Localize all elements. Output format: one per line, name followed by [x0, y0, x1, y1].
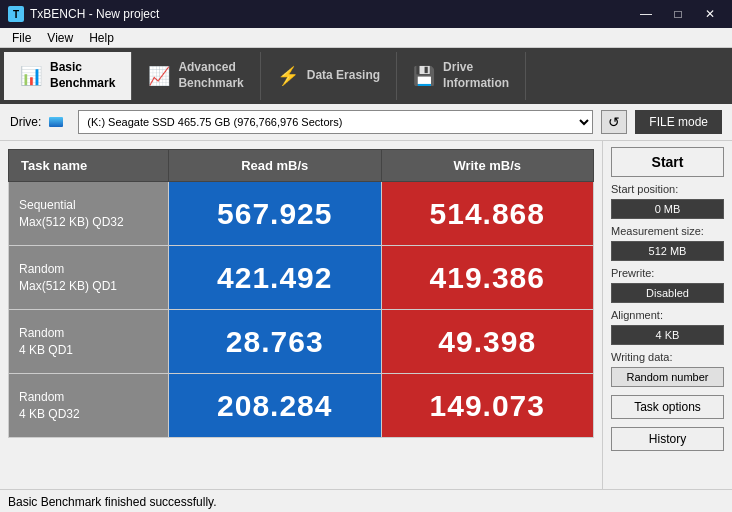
- drive-label: Drive:: [10, 115, 41, 129]
- prewrite-label: Prewrite:: [611, 267, 724, 279]
- drive-refresh-button[interactable]: ↺: [601, 110, 627, 134]
- title-bar-left: T TxBENCH - New project: [8, 6, 159, 22]
- prewrite-value[interactable]: Disabled: [611, 283, 724, 303]
- task-name-1: RandomMax(512 KB) QD1: [9, 246, 169, 310]
- tab-data-erasing[interactable]: ⚡ Data Erasing: [261, 52, 397, 100]
- table-row: SequentialMax(512 KB) QD32 567.925 514.8…: [9, 182, 594, 246]
- right-panel: Start Start position: 0 MB Measurement s…: [602, 141, 732, 489]
- basic-benchmark-icon: 📊: [20, 67, 42, 85]
- main-area: Task name Read mB/s Write mB/s Sequentia…: [0, 141, 732, 489]
- menu-view[interactable]: View: [39, 30, 81, 46]
- tab-basic-label: BasicBenchmark: [50, 60, 115, 91]
- status-bar: Basic Benchmark finished successfully.: [0, 489, 732, 512]
- title-bar: T TxBENCH - New project — □ ✕: [0, 0, 732, 28]
- menu-bar: File View Help: [0, 28, 732, 48]
- write-value-2: 49.398: [381, 310, 594, 374]
- write-value-1: 419.386: [381, 246, 594, 310]
- tab-drive-information[interactable]: 💾 DriveInformation: [397, 52, 526, 100]
- advanced-benchmark-icon: 📈: [148, 67, 170, 85]
- writing-data-label: Writing data:: [611, 351, 724, 363]
- menu-file[interactable]: File: [4, 30, 39, 46]
- writing-data-value[interactable]: Random number: [611, 367, 724, 387]
- col-header-write: Write mB/s: [381, 150, 594, 182]
- file-mode-button[interactable]: FILE mode: [635, 110, 722, 134]
- start-button[interactable]: Start: [611, 147, 724, 177]
- write-value-3: 149.073: [381, 374, 594, 438]
- table-row: Random4 KB QD32 208.284 149.073: [9, 374, 594, 438]
- table-row: Random4 KB QD1 28.763 49.398: [9, 310, 594, 374]
- title-text: TxBENCH - New project: [30, 7, 159, 21]
- tab-bar: 📊 BasicBenchmark 📈 AdvancedBenchmark ⚡ D…: [0, 48, 732, 104]
- col-header-task: Task name: [9, 150, 169, 182]
- measurement-size-value[interactable]: 512 MB: [611, 241, 724, 261]
- benchmark-table: Task name Read mB/s Write mB/s Sequentia…: [8, 149, 594, 438]
- col-header-read: Read mB/s: [169, 150, 382, 182]
- benchmark-area: Task name Read mB/s Write mB/s Sequentia…: [0, 141, 602, 489]
- tab-basic-benchmark[interactable]: 📊 BasicBenchmark: [4, 52, 132, 100]
- drive-bar: Drive: (K:) Seagate SSD 465.75 GB (976,7…: [0, 104, 732, 141]
- task-name-2: Random4 KB QD1: [9, 310, 169, 374]
- tab-drive-label: DriveInformation: [443, 60, 509, 91]
- task-name-0: SequentialMax(512 KB) QD32: [9, 182, 169, 246]
- close-button[interactable]: ✕: [696, 5, 724, 23]
- drive-information-icon: 💾: [413, 67, 435, 85]
- task-options-button[interactable]: Task options: [611, 395, 724, 419]
- minimize-button[interactable]: —: [632, 5, 660, 23]
- start-position-value[interactable]: 0 MB: [611, 199, 724, 219]
- read-value-0: 567.925: [169, 182, 382, 246]
- status-text: Basic Benchmark finished successfully.: [8, 495, 217, 509]
- tab-erasing-label: Data Erasing: [307, 68, 380, 84]
- data-erasing-icon: ⚡: [277, 67, 299, 85]
- menu-help[interactable]: Help: [81, 30, 122, 46]
- maximize-button[interactable]: □: [664, 5, 692, 23]
- write-value-0: 514.868: [381, 182, 594, 246]
- task-name-3: Random4 KB QD32: [9, 374, 169, 438]
- title-controls: — □ ✕: [632, 5, 724, 23]
- read-value-2: 28.763: [169, 310, 382, 374]
- history-button[interactable]: History: [611, 427, 724, 451]
- drive-icon: [49, 117, 63, 127]
- alignment-label: Alignment:: [611, 309, 724, 321]
- alignment-value[interactable]: 4 KB: [611, 325, 724, 345]
- start-position-label: Start position:: [611, 183, 724, 195]
- table-row: RandomMax(512 KB) QD1 421.492 419.386: [9, 246, 594, 310]
- tab-advanced-benchmark[interactable]: 📈 AdvancedBenchmark: [132, 52, 260, 100]
- drive-select[interactable]: (K:) Seagate SSD 465.75 GB (976,766,976 …: [78, 110, 593, 134]
- measurement-size-label: Measurement size:: [611, 225, 724, 237]
- read-value-1: 421.492: [169, 246, 382, 310]
- app-icon: T: [8, 6, 24, 22]
- tab-advanced-label: AdvancedBenchmark: [178, 60, 243, 91]
- read-value-3: 208.284: [169, 374, 382, 438]
